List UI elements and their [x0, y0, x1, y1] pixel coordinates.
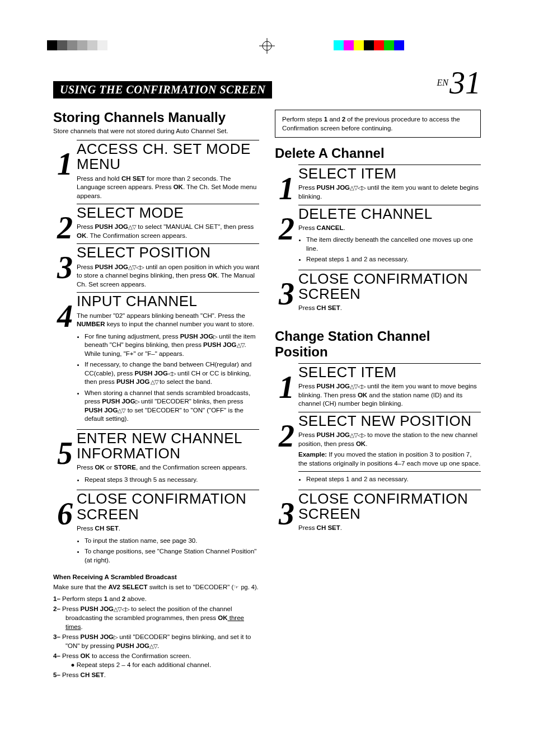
page-number: EN31: [437, 67, 481, 98]
right-column: Perform steps 1 and 2 of the previous pr…: [275, 110, 481, 682]
delete-step-2: 2 DELETE CHANNEL Press CANCEL. The item …: [275, 205, 481, 266]
scrambled-note: When Receiving A Scrambled Broadcast Mak…: [53, 572, 259, 679]
crop-marks: [0, 17, 534, 50]
change-step-1: 1 SELECT ITEM Press PUSH JOG△▽◁▷ until t…: [275, 363, 481, 408]
step-4-bullets: For fine tuning adjustment, press PUSH J…: [77, 332, 259, 424]
step-2: 2 SELECT MODE Press PUSH JOG△▽ to select…: [53, 204, 259, 240]
delete-step-3: 3 CLOSE CONFIRMATION SCREEN Press CH SET…: [275, 270, 481, 313]
step-5: 5 ENTER NEW CHANNEL INFORMATION Press OK…: [53, 429, 259, 487]
page-header: USING THE CONFIRMATION SCREEN EN31: [53, 67, 481, 98]
step-6: 6 CLOSE CONFIRMATION SCREEN Press CH SET…: [53, 490, 259, 567]
change-step-2: 2 SELECT NEW POSITION Press PUSH JOG△▽◁▷…: [275, 412, 481, 486]
section-subtitle: Store channels that were not stored duri…: [53, 128, 259, 134]
left-column: Storing Channels Manually Store channels…: [53, 110, 259, 682]
section-title-delete: Delete A Channel: [275, 145, 481, 161]
section-title-storing: Storing Channels Manually: [53, 110, 259, 125]
section-title-change: Change Station Channel Position: [275, 328, 481, 360]
prereq-note: Perform steps 1 and 2 of the previous pr…: [275, 110, 481, 138]
registration-mark: [259, 38, 275, 54]
change-step-3: 3 CLOSE CONFIRMATION SCREEN Press CH SET…: [275, 490, 481, 533]
step-3: 3 SELECT POSITION Press PUSH JOG△▽◁▷ unt…: [53, 243, 259, 289]
delete-step-1: 1 SELECT ITEM Press PUSH JOG△▽◁▷ until t…: [275, 165, 481, 201]
page-title: USING THE CONFIRMATION SCREEN: [53, 81, 272, 98]
step-4: 4 INPUT CHANNEL The number "02" appears …: [53, 292, 259, 425]
step-1: 1 ACCESS CH. SET MODE MENU Press and hol…: [53, 140, 259, 200]
